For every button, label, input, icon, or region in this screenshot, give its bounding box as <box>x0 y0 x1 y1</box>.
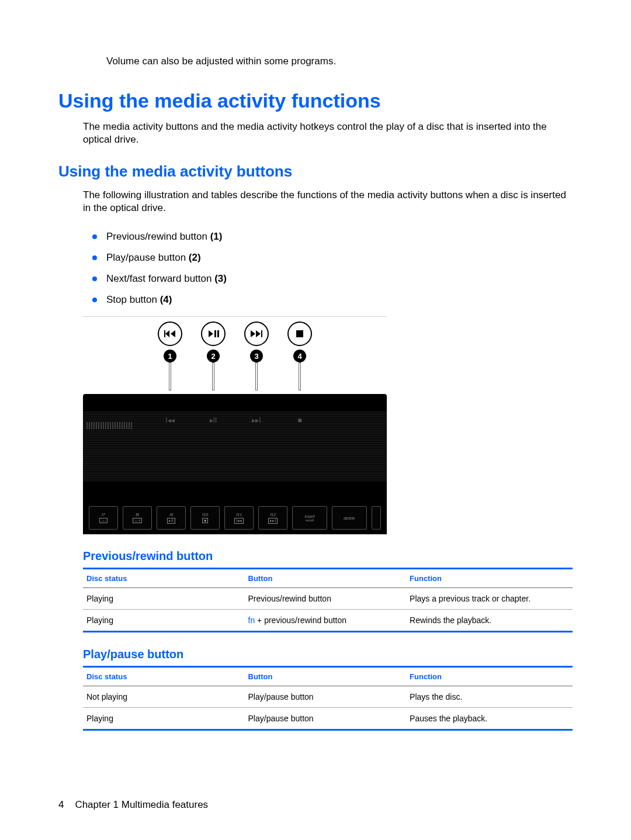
paragraph-2: The following illustration and tables de… <box>83 189 573 215</box>
th-button: Button <box>245 667 407 686</box>
intro-text: Volume can also be adjusted within some … <box>106 56 573 67</box>
callout-1: 1 <box>164 350 176 362</box>
table-row: Playing Play/pause button Pauses the pla… <box>83 708 573 730</box>
table-row: Not playing Play/pause button Plays the … <box>83 686 573 708</box>
paragraph-1: The media activity buttons and the media… <box>83 120 573 146</box>
play-pause-icon <box>201 322 226 346</box>
svg-marker-7 <box>256 330 261 337</box>
next-ff-icon <box>244 322 269 346</box>
callout-3: 3 <box>250 350 263 362</box>
callout-2: 2 <box>207 350 220 362</box>
svg-rect-8 <box>261 330 262 337</box>
table-row: Playing fn + previous/rewind button Rewi… <box>83 610 573 632</box>
list-item: Next/fast forward button (3) <box>92 273 573 285</box>
svg-marker-2 <box>171 330 175 337</box>
svg-marker-1 <box>165 330 169 337</box>
list-item: Stop button (4) <box>92 294 573 306</box>
th-function: Function <box>406 667 573 686</box>
heading-2: Using the media activity buttons <box>58 163 573 181</box>
table-row: Playing Previous/rewind button Plays a p… <box>83 588 573 610</box>
svg-rect-0 <box>164 330 165 337</box>
bullet-list: Previous/rewind button (1) Play/pause bu… <box>92 231 573 306</box>
svg-rect-4 <box>214 330 216 337</box>
table-play-pause: Disc status Button Function Not playing … <box>83 666 573 731</box>
th-disc-status: Disc status <box>83 569 245 588</box>
heading-3-prev: Previous/rewind button <box>83 549 573 563</box>
list-item: Play/pause button (2) <box>92 252 573 264</box>
heading-1: Using the media activity functions <box>58 89 573 112</box>
th-disc-status: Disc status <box>83 667 245 686</box>
heading-3-play: Play/pause button <box>83 648 573 661</box>
callout-4: 4 <box>293 350 306 362</box>
page-footer: 4 Chapter 1 Multimedia features <box>58 799 208 811</box>
svg-marker-6 <box>251 330 255 337</box>
previous-rewind-icon <box>158 322 182 346</box>
svg-rect-5 <box>217 330 219 337</box>
th-button: Button <box>245 569 407 588</box>
svg-rect-9 <box>296 330 303 337</box>
svg-marker-3 <box>209 330 213 337</box>
device-photo: I◂◂▸II▸▸I■ f7☼- f8☼+ f9▸II f10■ f11I◂◂ f… <box>83 394 387 534</box>
stop-icon <box>287 322 312 346</box>
list-item: Previous/rewind button (1) <box>92 231 573 243</box>
table-previous-rewind: Disc status Button Function Playing Prev… <box>83 568 573 632</box>
illustration: 1 2 3 4 <box>83 316 387 534</box>
th-function: Function <box>406 569 573 588</box>
